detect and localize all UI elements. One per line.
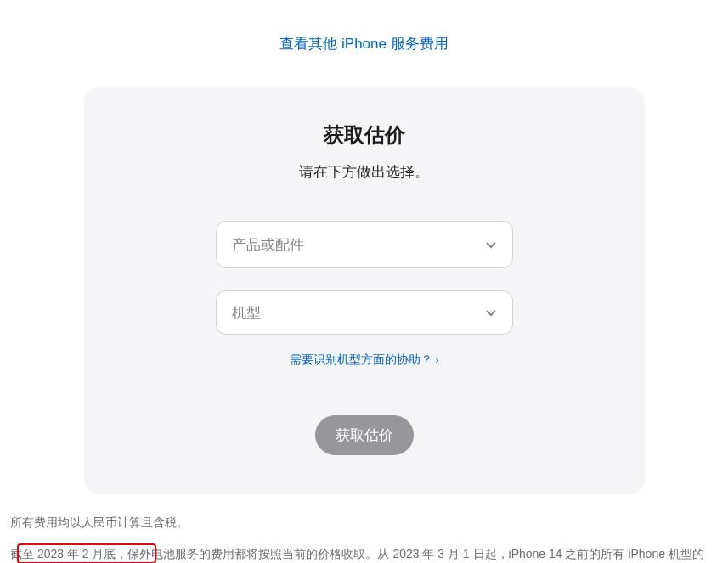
chevron-right-icon: › (436, 354, 439, 366)
chevron-down-icon (485, 307, 497, 318)
footer-line-1: 所有费用均以人民币计算且含税。 (10, 511, 715, 534)
submit-row: 获取估价 (84, 415, 645, 455)
product-select-placeholder: 产品或配件 (232, 235, 485, 255)
identify-model-help-link[interactable]: 需要识别机型方面的协助？› (290, 352, 439, 366)
other-service-link[interactable]: 查看其他 iPhone 服务费用 (279, 36, 448, 52)
card-title: 获取估价 (84, 121, 645, 149)
other-service-link-row: 查看其他 iPhone 服务费用 (0, 0, 728, 87)
model-select-placeholder: 机型 (232, 303, 485, 323)
footer-notes: 所有费用均以人民币计算且含税。 截至 2023 年 2 月底，保外电池服务的费用… (10, 511, 715, 563)
footer-line-2: 截至 2023 年 2 月底，保外电池服务的费用都将按照当前的价格收取。从 20… (10, 543, 715, 563)
product-select[interactable]: 产品或配件 (216, 221, 513, 268)
get-estimate-button[interactable]: 获取估价 (315, 415, 414, 455)
estimate-card: 获取估价 请在下方做出选择。 产品或配件 机型 需要识别机型方面的协助？› 获取… (84, 87, 645, 494)
card-subtitle: 请在下方做出选择。 (84, 162, 645, 182)
help-link-row: 需要识别机型方面的协助？› (84, 352, 645, 368)
help-link-text: 需要识别机型方面的协助？ (290, 352, 432, 366)
chevron-down-icon (485, 239, 497, 251)
model-select[interactable]: 机型 (216, 290, 513, 335)
